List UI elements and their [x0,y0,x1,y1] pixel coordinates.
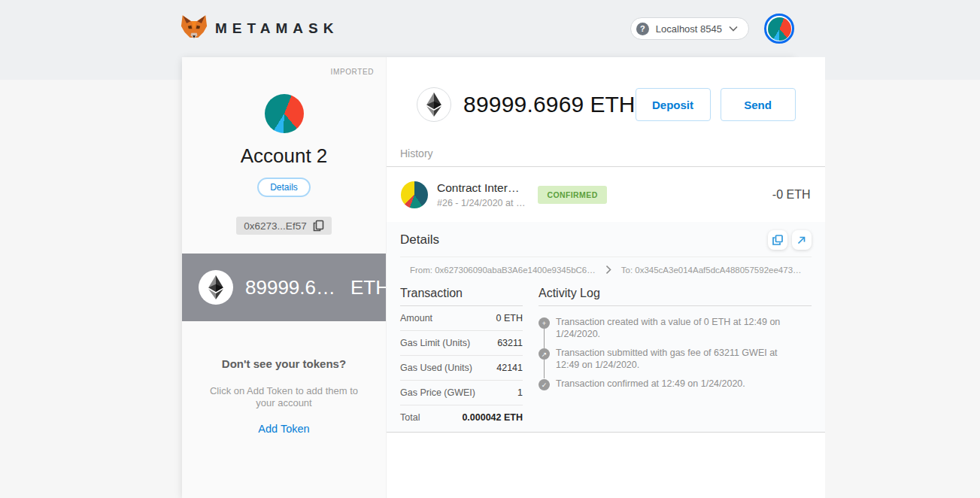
network-question-icon: ? [636,23,649,35]
tokens-prompt-subtitle: Click on Add Token to add them to your a… [207,385,361,409]
account-address: 0x6273...Ef57 [244,220,306,232]
transaction-value: -0 ETH [772,188,811,202]
transaction-breakdown: Transaction Amount 0 ETH Gas Limit (Unit… [400,287,523,430]
account-avatar [265,94,304,133]
account-address-pill[interactable]: 0x6273...Ef57 [236,217,331,235]
log-entry: ✓ Transaction confirmed at 12:49 on 1/24… [539,378,812,390]
copy-icon [772,235,783,245]
send-button[interactable]: Send [721,88,796,121]
plus-circle-icon: + [539,317,550,329]
sidebar-balance-currency: ETH [350,276,390,299]
main-balance-currency: ETH [590,92,636,117]
eth-logo-icon [199,270,233,305]
activity-log-title: Activity Log [539,287,812,306]
external-link-icon [796,235,806,245]
tokens-prompt-title: Don't see your tokens? [222,357,346,370]
copy-address-icon [313,220,324,232]
to-address[interactable]: To: 0x345cA3e014Aaf5dcA488057592ee473… [621,266,802,275]
transaction-details: Details [387,222,825,433]
network-selector[interactable]: ? Localhost 8545 [630,17,749,40]
sidebar-balance-amount: 89999.6… [245,276,335,299]
log-entry: ↗ Transaction submitted with gas fee of … [539,347,812,371]
activity-log: Activity Log + Transaction created with … [539,287,812,430]
main-balance-amount: 89999.6969 [463,92,584,117]
main-panel: 89999.6969 ETH Deposit Send History Cont… [386,57,825,498]
add-token-link[interactable]: Add Token [258,423,309,435]
network-label: Localhost 8545 [656,23,722,35]
eth-balance-row[interactable]: 89999.6… ETH [182,254,386,321]
transaction-identicon [401,181,428,208]
breakdown-row-gas-price: Gas Price (GWEI) 1 [400,381,523,405]
details-title: Details [400,232,439,247]
account-avatar-icon [768,17,791,41]
content-panels: IMPORTED Account 2 Details 0x6273...Ef57 [182,57,794,498]
chevron-right-icon [605,265,611,275]
from-address[interactable]: From: 0x627306090abaB3A6e1400e9345bC6… [410,266,596,275]
submitted-arrow-icon: ↗ [539,348,550,360]
check-circle-icon: ✓ [539,379,550,390]
metamask-logo: METAMASK [181,14,338,43]
breakdown-row-gas-used: Gas Used (Units) 42141 [400,356,523,381]
transaction-meta: #26 - 1/24/2020 at … [437,198,525,208]
fox-icon [181,14,208,43]
account-menu-avatar[interactable] [764,14,794,44]
brand-wordmark: METAMASK [215,20,338,37]
chevron-down-icon [729,26,738,32]
account-name: Account 2 [241,144,328,168]
breakdown-row-gas-limit: Gas Limit (Units) 63211 [400,331,523,356]
main-balance-row: 89999.6969 ETH Deposit Send [417,87,796,122]
sender-to-recipient: From: 0x627306090abaB3A6e1400e9345bC6… T… [400,257,812,281]
transaction-title: Contract Inter… [437,181,525,195]
eth-logo-icon [417,87,451,122]
account-sidebar: IMPORTED Account 2 Details 0x6273...Ef57 [182,57,386,498]
history-label: History [387,122,825,167]
view-on-explorer-button[interactable] [792,230,812,250]
transaction-breakdown-title: Transaction [400,287,523,306]
status-badge: CONFIRMED [538,186,606,204]
copy-transaction-button[interactable] [768,230,787,250]
imported-badge: IMPORTED [331,68,374,76]
transaction-row[interactable]: Contract Inter… #26 - 1/24/2020 at … CON… [387,167,825,222]
breakdown-row-total: Total 0.000042 ETH [400,405,523,430]
breakdown-row-amount: Amount 0 ETH [400,306,523,331]
log-entry: + Transaction created with a value of 0 … [539,316,812,340]
account-details-button[interactable]: Details [257,178,311,197]
deposit-button[interactable]: Deposit [636,88,711,121]
